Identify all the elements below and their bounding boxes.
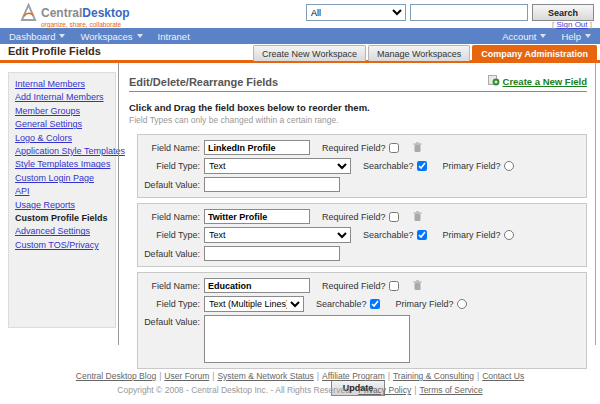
nav-help-label: Help — [561, 31, 581, 42]
nav-item-help[interactable]: Help — [561, 31, 591, 42]
sidebar-item-usage-reports[interactable]: Usage Reports — [15, 199, 112, 212]
chevron-down-icon — [540, 34, 546, 38]
nav-right-group: Account Help — [502, 31, 591, 42]
sidebar-item-custom-profile-fields: Custom Profile Fields — [15, 212, 112, 225]
heading-row: Edit/Delete/Rearrange Fields Create a Ne… — [129, 75, 587, 92]
default-value-textarea[interactable] — [204, 315, 410, 363]
field-type-select[interactable]: Text — [204, 227, 351, 243]
field-box-education[interactable]: Field Name: Required Field? Field Type: … — [137, 272, 587, 369]
logo-word-central: Central — [41, 6, 82, 20]
field-name-input[interactable] — [204, 209, 310, 224]
footer-separator: | — [317, 371, 319, 381]
page-title: Edit Profile Fields — [8, 45, 101, 57]
field-row: Field Type: Text (Multiple Lines) Search… — [144, 296, 580, 312]
signout-row: [ Sign Out ] — [552, 20, 592, 29]
field-row: Field Type: Text Searchable? Primary Fie… — [144, 227, 580, 243]
main-panel: Edit/Delete/Rearrange Fields Create a Ne… — [118, 63, 596, 345]
default-value-input[interactable] — [204, 177, 340, 192]
footer-link-user-forum[interactable]: User Forum — [164, 371, 209, 381]
signout-bracket-open: [ — [552, 20, 554, 29]
nav-item-account[interactable]: Account — [502, 31, 546, 42]
search-scope-select[interactable]: All — [306, 4, 406, 21]
chevron-down-icon — [137, 34, 143, 38]
section-heading: Edit/Delete/Rearrange Fields — [129, 76, 278, 88]
signout-bracket-close: ] — [590, 20, 592, 29]
sidebar-wrap: Internal Members Add Internal Members Me… — [0, 63, 118, 345]
field-name-label: Field Name: — [144, 212, 200, 222]
searchable-label: Searchable? — [316, 299, 367, 309]
required-field-label: Required Field? — [322, 212, 386, 222]
workspace-tabs: Create New Workspace Manage Workspaces C… — [253, 45, 597, 61]
sidebar-item-custom-tos-privacy[interactable]: Custom TOS/Privacy — [15, 239, 112, 252]
field-name-label: Field Name: — [144, 281, 200, 291]
primary-field-label: Primary Field? — [443, 161, 501, 171]
footer-separator: | — [388, 371, 390, 381]
sidebar-item-logo-colors[interactable]: Logo & Colors — [15, 132, 112, 145]
sidebar-item-custom-login-page[interactable]: Custom Login Page — [15, 172, 112, 185]
field-name-input[interactable] — [204, 278, 310, 293]
nav-dashboard-label: Dashboard — [9, 31, 55, 42]
primary-field-radio[interactable] — [504, 161, 514, 171]
searchable-checkbox[interactable] — [370, 299, 380, 309]
footer-link-affiliate-program[interactable]: Affiliate Program — [322, 371, 385, 381]
content-area: Internal Members Add Internal Members Me… — [0, 63, 600, 345]
footer-link-contact-us[interactable]: Contact Us — [482, 371, 524, 381]
field-name-input[interactable] — [204, 140, 310, 155]
sidebar-item-general-settings[interactable]: General Settings — [15, 118, 112, 131]
field-box-linkedin-profile[interactable]: Field Name: Required Field? Field Type: … — [137, 134, 587, 198]
primary-field-radio[interactable] — [504, 230, 514, 240]
field-row: Default Value: — [144, 177, 580, 192]
search-input[interactable] — [410, 4, 528, 21]
default-value-label: Default Value: — [144, 180, 200, 190]
sidebar-item-api[interactable]: API — [15, 185, 112, 198]
add-field-icon — [488, 75, 500, 88]
field-type-label: Field Type: — [144, 299, 200, 309]
logo-tagline: organize, share, collaborate — [41, 21, 130, 28]
delete-field-button[interactable] — [413, 211, 422, 222]
field-type-select[interactable]: Text — [204, 158, 351, 174]
sidebar-item-internal-members[interactable]: Internal Members — [15, 78, 112, 91]
field-type-label: Field Type: — [144, 161, 200, 171]
sidebar-item-application-style-templates[interactable]: Application Style Templates — [15, 145, 112, 158]
default-value-input[interactable] — [204, 246, 340, 261]
sidebar-item-member-groups[interactable]: Member Groups — [15, 105, 112, 118]
field-type-label: Field Type: — [144, 230, 200, 240]
delete-field-button[interactable] — [413, 280, 422, 291]
instruction-note: Field Types can only be changed within a… — [129, 115, 587, 125]
sidebar-item-add-internal-members[interactable]: Add Internal Members — [15, 91, 112, 104]
searchable-checkbox[interactable] — [417, 161, 427, 171]
delete-field-button[interactable] — [413, 142, 422, 153]
logo-text: CentralDesktop organize, share, collabor… — [41, 3, 130, 28]
nav-item-dashboard[interactable]: Dashboard — [9, 31, 65, 42]
tab-create-new-workspace[interactable]: Create New Workspace — [253, 45, 366, 61]
nav-left-group: Dashboard Workspaces Intranet — [9, 31, 190, 42]
create-new-field-link[interactable]: Create a New Field — [488, 75, 587, 88]
tab-manage-workspaces[interactable]: Manage Workspaces — [368, 45, 470, 61]
footer-link-training-consulting[interactable]: Training & Consulting — [393, 371, 474, 381]
nav-item-workspaces[interactable]: Workspaces — [80, 31, 142, 42]
centraldesktop-logo[interactable]: CentralDesktop organize, share, collabor… — [20, 3, 130, 28]
footer-link-blog[interactable]: Central Desktop Blog — [76, 371, 156, 381]
search-button[interactable]: Search — [532, 4, 594, 21]
searchable-checkbox[interactable] — [417, 230, 427, 240]
field-row: Field Type: Text Searchable? Primary Fie… — [144, 158, 580, 174]
field-box-twitter-profile[interactable]: Field Name: Required Field? Field Type: … — [137, 203, 587, 267]
required-field-label: Required Field? — [322, 143, 386, 153]
page-head: Edit Profile Fields Create New Workspace… — [0, 44, 600, 63]
signout-link[interactable]: Sign Out — [556, 20, 587, 29]
field-type-select[interactable]: Text (Multiple Lines) — [204, 296, 304, 312]
required-field-checkbox[interactable] — [389, 143, 399, 153]
trash-icon — [413, 279, 422, 294]
tab-company-administration[interactable]: Company Administration — [472, 45, 597, 61]
nav-item-intranet[interactable]: Intranet — [158, 31, 190, 42]
default-value-label: Default Value: — [144, 315, 200, 327]
required-field-checkbox[interactable] — [389, 281, 399, 291]
required-field-checkbox[interactable] — [389, 212, 399, 222]
footer-link-privacy-policy[interactable]: Privacy Policy — [358, 385, 411, 395]
sidebar-item-advanced-settings[interactable]: Advanced Settings — [15, 225, 112, 238]
sidebar-item-style-templates-images[interactable]: Style Templates Images — [15, 158, 112, 171]
footer-link-terms-of-service[interactable]: Terms of Service — [419, 385, 482, 395]
footer-link-system-network-status[interactable]: System & Network Status — [217, 371, 313, 381]
footer-separator: | — [212, 371, 214, 381]
primary-field-radio[interactable] — [457, 299, 467, 309]
